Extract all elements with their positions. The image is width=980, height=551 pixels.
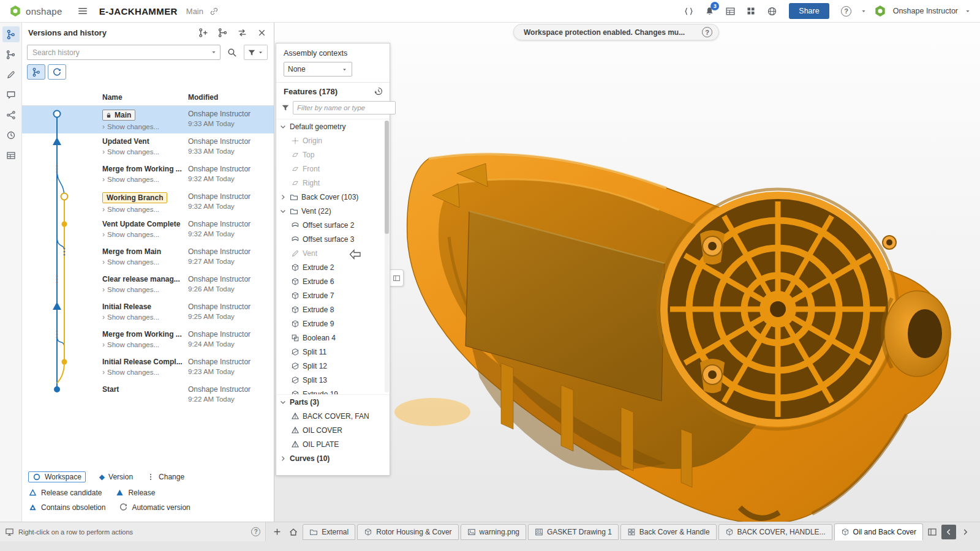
auto-version-toggle[interactable] bbox=[48, 64, 66, 80]
show-changes-link[interactable]: ›Show changes... bbox=[102, 175, 188, 184]
filter-button[interactable] bbox=[244, 45, 268, 60]
tab-external[interactable]: External bbox=[303, 524, 355, 540]
tab-oil-and-back-cover[interactable]: Oil and Back Cover bbox=[834, 523, 923, 541]
version-row[interactable]: Merge from Working ... ›Show changes... … bbox=[22, 161, 274, 189]
show-changes-link[interactable]: ›Show changes... bbox=[102, 205, 188, 214]
notifications-button[interactable]: 3 bbox=[702, 4, 717, 18]
version-row[interactable]: Initial Release ›Show changes... Onshape… bbox=[22, 299, 274, 326]
feature-filter-funnel-icon[interactable] bbox=[281, 103, 290, 112]
panel-collapse-handle[interactable] bbox=[390, 269, 404, 287]
tree-extrude-9[interactable]: Extrude 9 bbox=[276, 317, 390, 331]
version-row[interactable]: Vent Update Complete ›Show changes... On… bbox=[22, 216, 274, 244]
assembly-contexts-select[interactable]: None bbox=[284, 62, 352, 77]
model-fan-grille[interactable] bbox=[658, 189, 898, 429]
search-options-caret-icon[interactable] bbox=[210, 48, 217, 56]
chevron-down-icon[interactable] bbox=[279, 399, 287, 406]
tree-boolean-4[interactable]: Boolean 4 bbox=[276, 331, 390, 345]
parts-header[interactable]: Parts (3) bbox=[276, 395, 390, 409]
create-version-button[interactable] bbox=[2, 47, 20, 62]
part-back-cover-fan[interactable]: BACK COVER, FAN bbox=[276, 409, 390, 423]
share-button[interactable]: Share bbox=[789, 3, 829, 19]
learning-center-button[interactable] bbox=[764, 4, 779, 18]
show-changes-link[interactable]: ›Show changes... bbox=[102, 258, 188, 266]
linked-documents-button[interactable] bbox=[2, 107, 20, 123]
tree-extrude-19[interactable]: Extrude 19 bbox=[276, 387, 390, 394]
version-row[interactable]: Merge from Main ›Show changes... Onshape… bbox=[22, 244, 274, 271]
show-changes-link[interactable]: ›Show changes... bbox=[102, 230, 188, 239]
close-panel-button[interactable] bbox=[254, 25, 269, 40]
show-changes-link[interactable]: ›Show changes... bbox=[102, 285, 188, 294]
user-menu-caret-icon[interactable] bbox=[964, 7, 971, 15]
tree-default-geometry[interactable]: Default geometry bbox=[276, 119, 390, 133]
bom-table-button[interactable] bbox=[2, 148, 20, 163]
version-row[interactable]: Updated Vent ›Show changes... Onshape In… bbox=[22, 133, 274, 161]
tree-folder-vent[interactable]: Vent (22) bbox=[276, 204, 390, 218]
compare-button[interactable] bbox=[235, 25, 249, 40]
tree-offset-surface-2[interactable]: Offset surface 2 bbox=[276, 218, 390, 232]
chevron-down-icon[interactable] bbox=[279, 208, 287, 215]
scroll-tabs-left-button[interactable] bbox=[941, 525, 956, 539]
tab-manager-button[interactable] bbox=[925, 525, 940, 539]
edit-history-button[interactable] bbox=[2, 67, 20, 83]
properties-table-button[interactable] bbox=[723, 4, 737, 18]
app-store-button[interactable] bbox=[744, 4, 758, 18]
version-row-working-branch[interactable]: Working Branch ›Show changes... Onshape … bbox=[22, 189, 274, 216]
versions-panel-button[interactable] bbox=[2, 26, 20, 42]
tab-warning-png[interactable]: warning.png bbox=[461, 524, 526, 540]
tree-origin[interactable]: Origin bbox=[276, 133, 390, 148]
chevron-down-icon[interactable] bbox=[279, 123, 287, 130]
chevron-right-icon[interactable] bbox=[279, 455, 287, 462]
show-changes-link[interactable]: ›Show changes... bbox=[102, 368, 188, 377]
show-changes-link[interactable]: ›Show changes... bbox=[102, 313, 188, 321]
home-tab-button[interactable] bbox=[286, 525, 301, 539]
create-branch-button[interactable] bbox=[195, 25, 210, 40]
create-version-button-panel[interactable] bbox=[215, 25, 230, 40]
part-oil-cover[interactable]: OIL COVER bbox=[276, 423, 390, 437]
rollback-icon[interactable] bbox=[374, 86, 383, 96]
featurescript-button[interactable] bbox=[681, 4, 696, 18]
share-link-icon[interactable] bbox=[209, 7, 219, 16]
version-row-start[interactable]: Start Onshape Instructor9:22 AM Today bbox=[22, 381, 274, 409]
tree-plane-front[interactable]: Front bbox=[276, 162, 390, 176]
show-changes-link[interactable]: ›Show changes... bbox=[102, 122, 188, 131]
tree-sketch-vent[interactable]: Vent bbox=[276, 246, 390, 260]
graph-view-toggle[interactable] bbox=[27, 64, 45, 80]
feature-tree-scrollbar[interactable] bbox=[385, 121, 389, 392]
comments-button[interactable] bbox=[2, 87, 20, 103]
history-button[interactable] bbox=[2, 127, 20, 143]
version-row[interactable]: Merge from Working ... ›Show changes... … bbox=[22, 326, 274, 354]
feature-filter-input[interactable] bbox=[293, 101, 396, 114]
chevron-right-icon[interactable] bbox=[279, 193, 287, 201]
help-menu-button[interactable]: ? bbox=[839, 4, 854, 18]
tab-back-cover-handle-parts[interactable]: BACK COVER, HANDLE... bbox=[718, 524, 832, 540]
tree-plane-right[interactable]: Right bbox=[276, 176, 390, 190]
tree-extrude-8[interactable]: Extrude 8 bbox=[276, 302, 390, 317]
tree-offset-surface-3[interactable]: Offset surface 3 bbox=[276, 232, 390, 246]
search-button[interactable] bbox=[224, 45, 240, 60]
tree-extrude-2[interactable]: Extrude 2 bbox=[276, 260, 390, 274]
status-help-icon[interactable]: ? bbox=[251, 527, 260, 536]
show-changes-link[interactable]: ›Show changes... bbox=[102, 340, 188, 349]
new-tab-button[interactable] bbox=[270, 525, 284, 539]
curves-header[interactable]: Curves (10) bbox=[276, 451, 390, 465]
tree-plane-top[interactable]: Top bbox=[276, 148, 390, 162]
main-menu-button[interactable] bbox=[77, 6, 88, 17]
tab-gasket-drawing-1[interactable]: GASKET Drawing 1 bbox=[528, 524, 619, 540]
tree-folder-back-cover[interactable]: Back Cover (103) bbox=[276, 190, 390, 204]
tree-split-11[interactable]: Split 11 bbox=[276, 345, 390, 359]
tab-back-cover-handle[interactable]: Back Cover & Handle bbox=[620, 524, 717, 540]
show-changes-link[interactable]: ›Show changes... bbox=[102, 148, 188, 156]
banner-help-icon[interactable]: ? bbox=[702, 27, 712, 37]
version-row[interactable]: Initial Release Compl... ›Show changes..… bbox=[22, 354, 274, 381]
tree-split-13[interactable]: Split 13 bbox=[276, 373, 390, 387]
version-row[interactable]: Clear release manag... ›Show changes... … bbox=[22, 271, 274, 299]
onshape-logo[interactable]: onshape bbox=[9, 4, 62, 18]
user-avatar[interactable] bbox=[873, 4, 887, 18]
search-history-input[interactable] bbox=[27, 45, 221, 60]
scroll-tabs-right-button[interactable] bbox=[958, 525, 973, 539]
scrollbar-thumb[interactable] bbox=[385, 121, 389, 234]
tree-extrude-6[interactable]: Extrude 6 bbox=[276, 274, 390, 288]
tree-split-12[interactable]: Split 12 bbox=[276, 359, 390, 373]
tree-extrude-7[interactable]: Extrude 7 bbox=[276, 288, 390, 302]
version-row-main[interactable]: Main ›Show changes... Onshape Instructor… bbox=[22, 106, 274, 133]
